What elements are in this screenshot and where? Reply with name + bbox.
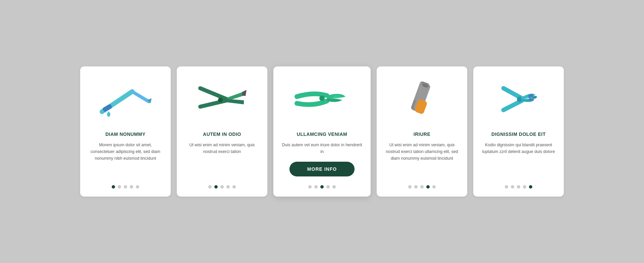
dot [432,185,436,189]
card-4-title: IRIURE [414,132,430,137]
dot [511,185,514,189]
svg-marker-5 [107,111,110,114]
dot [408,185,412,189]
cards-container: DIAM NONUMMY Morem ipsum dolor sit amet,… [60,53,584,210]
card-1-icon [88,76,163,123]
card-5-icon [481,76,556,123]
dot [505,185,508,189]
card-4-dots [408,182,436,189]
card-2-title: AUTEM IN ODIO [203,132,241,137]
card-1-title: DIAM NONUMMY [105,132,146,137]
dot-active [529,185,532,189]
dot [308,185,312,189]
svg-line-7 [200,100,229,107]
card-3: ULLAMCING VENIAM Duis autem vel eum iriu… [273,66,371,197]
svg-point-13 [333,95,341,98]
card-5-title: DIGNISSIM DOLOE EIT [491,132,546,137]
card-5: DIGNISSIM DOLOE EIT Kodio dignissim qui … [473,66,564,197]
dot [517,185,520,189]
dot [414,185,418,189]
dot [130,185,133,189]
dot [118,185,121,189]
dot [232,185,236,189]
card-1-text: Morem ipsum dolor sit amet, consectetuer… [88,142,163,176]
dot [136,185,139,189]
svg-line-6 [200,88,229,100]
svg-marker-11 [242,90,247,96]
svg-marker-10 [227,99,244,104]
card-5-dots [505,182,532,189]
dot [226,185,230,189]
card-4: IRIURE Ut wisi enim ad minim veniam, qui… [377,66,467,197]
dot [314,185,318,189]
dot [124,185,127,189]
card-2-text: Ut wisi enim ad minim veniam, quis nostr… [185,142,259,176]
dot [420,185,424,189]
dot [326,185,330,189]
dot-active [320,185,324,189]
more-info-button[interactable]: MORE INFO [289,162,355,176]
dot [220,185,224,189]
svg-point-12 [319,96,325,101]
dot-active [112,185,115,189]
dot [523,185,526,189]
card-1-dots [112,182,139,189]
svg-point-8 [218,98,223,102]
card-4-text: Ut wisi enim ad minim veniam, quis nostr… [385,142,459,176]
dot-active [214,185,218,189]
svg-line-1 [132,92,149,102]
dot-active [426,185,430,189]
dot [208,185,212,189]
card-1: DIAM NONUMMY Morem ipsum dolor sit amet,… [80,66,171,197]
card-3-icon [281,76,363,123]
card-4-icon [385,76,459,123]
card-2-icon [185,76,259,123]
card-3-dots [308,182,336,189]
svg-line-20 [503,101,522,110]
card-5-text: Kodio dignissim qui blandit praesent lup… [481,142,556,176]
card-2-dots [208,182,236,189]
dot [332,185,336,189]
card-3-text: Duis autem vel eum iriure dolor in hendr… [281,142,363,155]
card-3-title: ULLAMCING VENIAM [297,132,347,137]
card-2: AUTEM IN ODIO Ut wisi enim ad minim veni… [177,66,267,197]
